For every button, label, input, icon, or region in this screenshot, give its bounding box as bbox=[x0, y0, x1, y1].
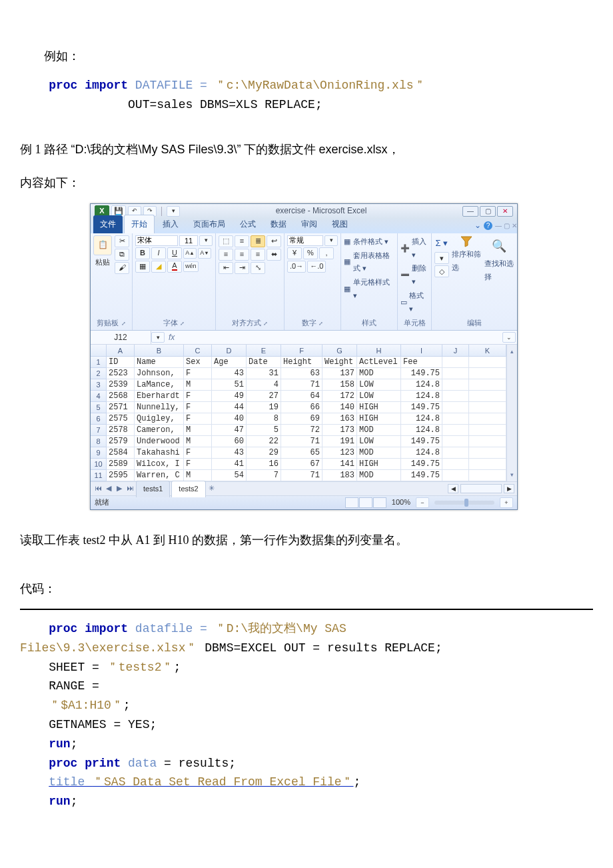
expand-formula-icon[interactable]: ⌄ bbox=[502, 332, 516, 343]
cell[interactable] bbox=[442, 402, 469, 413]
cell[interactable]: 43 bbox=[212, 447, 247, 459]
insert-cells-button[interactable]: ➕ 插入 ▾ bbox=[400, 235, 428, 262]
fill-color-icon[interactable]: ◢ bbox=[151, 261, 166, 273]
scroll-up-icon[interactable]: ▴ bbox=[510, 346, 514, 357]
comma-icon[interactable]: , bbox=[319, 247, 334, 259]
align-top-icon[interactable]: ⬚ bbox=[219, 235, 233, 247]
cut-icon[interactable]: ✂ bbox=[115, 235, 129, 247]
zoom-in-icon[interactable]: + bbox=[500, 497, 513, 508]
cell-style-button[interactable]: ▦ 单元格样式 ▾ bbox=[344, 276, 394, 303]
cell[interactable]: 71 bbox=[281, 379, 322, 391]
cell[interactable]: 16 bbox=[247, 459, 281, 470]
font-dropdown-icon[interactable]: ▾ bbox=[199, 235, 213, 246]
cell[interactable] bbox=[442, 413, 469, 425]
cell[interactable]: 41 bbox=[212, 459, 247, 470]
row-header[interactable]: 3 bbox=[91, 379, 107, 391]
number-dropdown-icon[interactable]: ▾ bbox=[324, 235, 338, 246]
paste-icon[interactable]: 📋 bbox=[93, 235, 112, 255]
hscroll-left-icon[interactable]: ◀ bbox=[448, 484, 458, 493]
cell[interactable] bbox=[469, 391, 506, 402]
cell[interactable]: 66 bbox=[281, 402, 322, 413]
cell[interactable]: 64 bbox=[281, 391, 322, 402]
align-center-icon[interactable]: ≡ bbox=[235, 249, 249, 261]
column-header[interactable]: C bbox=[184, 345, 212, 357]
cell[interactable]: 140 bbox=[322, 402, 357, 413]
cell[interactable]: Eberhardt bbox=[135, 391, 184, 402]
currency-icon[interactable]: ¥ bbox=[287, 247, 302, 259]
cell[interactable] bbox=[469, 413, 506, 425]
percent-icon[interactable]: % bbox=[303, 247, 318, 259]
scroll-down-icon[interactable]: ▾ bbox=[510, 469, 514, 480]
cell[interactable] bbox=[469, 402, 506, 413]
cell[interactable]: 4 bbox=[247, 379, 281, 391]
cond-format-button[interactable]: ▦ 条件格式 ▾ bbox=[344, 235, 394, 249]
cell[interactable]: 149.75 bbox=[401, 470, 442, 481]
cell[interactable]: Nunnelly, bbox=[135, 402, 184, 413]
cell[interactable]: 2595 bbox=[107, 470, 135, 481]
cell[interactable]: 71 bbox=[281, 436, 322, 447]
cell[interactable] bbox=[442, 357, 469, 368]
cell[interactable]: F bbox=[184, 402, 212, 413]
font-size-input[interactable] bbox=[179, 235, 198, 246]
cell[interactable]: Quigley, bbox=[135, 413, 184, 425]
cell[interactable] bbox=[442, 436, 469, 447]
workbook-close-icon[interactable]: ✕ bbox=[512, 220, 517, 232]
cell[interactable]: 173 bbox=[322, 425, 357, 436]
cell[interactable]: Sex bbox=[184, 357, 212, 368]
minimize-ribbon-icon[interactable]: ⌄ bbox=[474, 219, 481, 233]
view-break-icon[interactable] bbox=[373, 497, 386, 508]
align-bot-icon[interactable]: ≣ bbox=[251, 235, 265, 247]
cell[interactable]: 2579 bbox=[107, 436, 135, 447]
row-header[interactable]: 8 bbox=[91, 436, 107, 447]
column-header[interactable]: D bbox=[212, 345, 247, 357]
table-format-button[interactable]: ▦ 套用表格格式 ▾ bbox=[344, 249, 394, 276]
cell[interactable]: F bbox=[184, 391, 212, 402]
cell[interactable]: MOD bbox=[357, 447, 401, 459]
cell[interactable]: ID bbox=[107, 357, 135, 368]
cell[interactable]: 71 bbox=[281, 470, 322, 481]
cell[interactable]: 19 bbox=[247, 402, 281, 413]
column-header[interactable]: E bbox=[247, 345, 281, 357]
column-header[interactable]: B bbox=[135, 345, 184, 357]
cell[interactable]: 158 bbox=[322, 379, 357, 391]
merge-icon[interactable]: ⬌ bbox=[267, 249, 281, 261]
cell[interactable]: 27 bbox=[247, 391, 281, 402]
cell[interactable]: 2589 bbox=[107, 459, 135, 470]
minimize-button[interactable]: — bbox=[462, 206, 478, 217]
cell[interactable]: 44 bbox=[212, 402, 247, 413]
italic-icon[interactable]: I bbox=[151, 247, 166, 259]
tab-view[interactable]: 视图 bbox=[325, 215, 354, 233]
sheet-last-icon[interactable]: ⏭ bbox=[125, 484, 135, 493]
select-all-corner[interactable] bbox=[91, 345, 107, 357]
cell[interactable] bbox=[442, 447, 469, 459]
cell[interactable]: 124.8 bbox=[401, 379, 442, 391]
cell[interactable]: Cameron, bbox=[135, 425, 184, 436]
workbook-min-icon[interactable]: — bbox=[495, 220, 502, 232]
cell[interactable]: 72 bbox=[281, 425, 322, 436]
column-header[interactable]: G bbox=[322, 345, 357, 357]
cell[interactable]: Height bbox=[281, 357, 322, 368]
sheet-tab-tests1[interactable]: tests1 bbox=[136, 481, 170, 497]
cell[interactable] bbox=[469, 447, 506, 459]
delete-cells-button[interactable]: ➖ 删除 ▾ bbox=[400, 262, 428, 289]
cell[interactable]: 124.8 bbox=[401, 425, 442, 436]
row-header[interactable]: 6 bbox=[91, 413, 107, 425]
indent-dec-icon[interactable]: ⇤ bbox=[219, 262, 233, 274]
find-select-label[interactable]: 查找和选择 bbox=[484, 257, 514, 284]
clear-icon[interactable]: ◇ bbox=[434, 265, 449, 277]
cell[interactable]: 141 bbox=[322, 459, 357, 470]
cell[interactable]: 149.75 bbox=[401, 436, 442, 447]
cell[interactable]: MOD bbox=[357, 470, 401, 481]
cell[interactable]: LOW bbox=[357, 436, 401, 447]
cell[interactable]: 60 bbox=[212, 436, 247, 447]
maximize-button[interactable]: ▢ bbox=[480, 206, 496, 217]
find-select-icon[interactable]: 🔍 bbox=[492, 235, 506, 257]
cell[interactable]: 149.75 bbox=[401, 368, 442, 379]
row-header[interactable]: 9 bbox=[91, 447, 107, 459]
cell[interactable]: 47 bbox=[212, 425, 247, 436]
zoom-out-icon[interactable]: − bbox=[416, 497, 429, 508]
cell[interactable]: Weight bbox=[322, 357, 357, 368]
cell[interactable] bbox=[442, 425, 469, 436]
cell[interactable]: HIGH bbox=[357, 459, 401, 470]
cell[interactable] bbox=[442, 368, 469, 379]
